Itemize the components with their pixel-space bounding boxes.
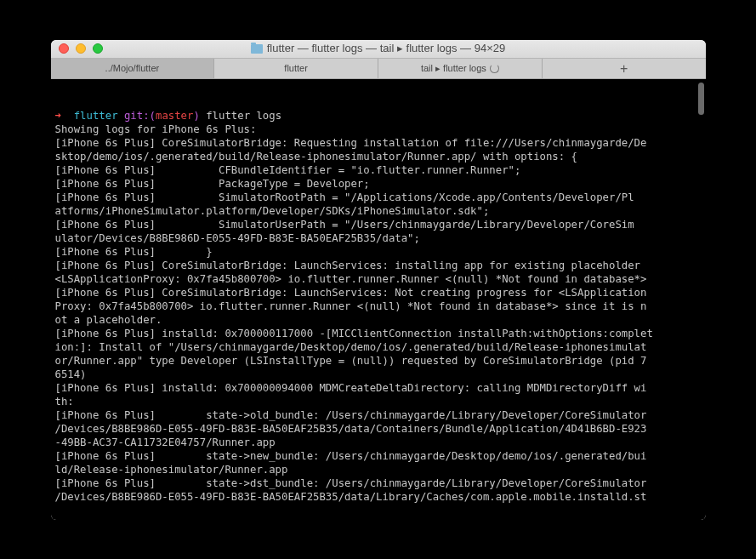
log-line: [iPhone 6s Plus] state->new_bundle: /Use… xyxy=(55,450,647,462)
log-line: ulator/Devices/B8BE986D-E055-49FD-B83E-B… xyxy=(55,232,420,244)
tab-tail-flutter-logs[interactable]: tail ▸ flutter logs xyxy=(378,59,543,78)
zoom-icon[interactable] xyxy=(93,43,103,54)
log-line: [iPhone 6s Plus] CoreSimulatorBridge: La… xyxy=(55,260,647,271)
log-line: <LSApplicationProxy: 0x7fa45b800700> io.… xyxy=(55,273,647,285)
spinner-icon xyxy=(490,64,499,73)
log-line: ld/Release-iphonesimulator/Runner.app xyxy=(55,464,288,476)
log-line: [iPhone 6s Plus] state->old_bundle: /Use… xyxy=(55,409,647,421)
folder-icon xyxy=(251,44,263,54)
log-line: th: xyxy=(55,396,74,408)
prompt-git-close: ) xyxy=(193,110,199,122)
tab-flutter[interactable]: flutter xyxy=(214,59,378,78)
terminal-window: flutter — flutter logs — tail ▸ flutter … xyxy=(51,40,706,520)
log-line: -49BB-AC37-CA11732E04757/Runner.app xyxy=(55,436,276,448)
tab-strip: ../Mojo/flutter flutter tail ▸ flutter l… xyxy=(51,59,706,79)
prompt-dir: flutter xyxy=(74,110,118,122)
tab-tail-label: tail ▸ flutter logs xyxy=(421,59,486,78)
minimize-icon[interactable] xyxy=(76,43,86,54)
prompt-git-label: git:( xyxy=(124,110,156,122)
log-line: [iPhone 6s Plus] CoreSimulatorBridge: La… xyxy=(55,287,647,299)
log-line: sktop/demo/ios/.generated/build/Release-… xyxy=(55,151,577,163)
log-line: Proxy: 0x7fa45b800700> io.flutter.runner… xyxy=(55,300,647,312)
prompt-branch: master xyxy=(156,110,193,122)
log-line: 6514) xyxy=(55,368,87,380)
log-line: Showing logs for iPhone 6s Plus: xyxy=(55,123,257,135)
log-line: [iPhone 6s Plus] installd: 0x70000009400… xyxy=(55,382,647,394)
log-line: atforms/iPhoneSimulator.platform/Develop… xyxy=(55,205,490,217)
log-line: [iPhone 6s Plus] CoreSimulatorBridge: Re… xyxy=(55,137,647,149)
log-line: or/Runner.app" type Developer (LSInstall… xyxy=(55,355,647,367)
terminal-body[interactable]: ➜ flutter git:(master) flutter logs Show… xyxy=(51,79,706,520)
titlebar: flutter — flutter logs — tail ▸ flutter … xyxy=(51,40,706,59)
log-line: [iPhone 6s Plus] PackageType = Developer… xyxy=(55,178,370,190)
log-line: [iPhone 6s Plus] installd: 0x70000011700… xyxy=(55,328,653,339)
log-line: [iPhone 6s Plus] CFBundleIdentifier = "i… xyxy=(55,164,521,176)
log-line: [iPhone 6s Plus] SimulatorUserPath = "/U… xyxy=(55,219,634,231)
log-line: /Devices/B8BE986D-E055-49FD-B83E-BA50EAF… xyxy=(55,423,647,435)
new-tab-button[interactable]: + xyxy=(543,59,706,78)
scrollbar-thumb[interactable] xyxy=(698,83,704,115)
close-icon[interactable] xyxy=(59,43,69,54)
log-line: [iPhone 6s Plus] state->dst_bundle: /Use… xyxy=(55,477,647,489)
log-line: [iPhone 6s Plus] } xyxy=(55,246,213,258)
traffic-lights xyxy=(59,43,103,54)
log-line: ion:]: Install of "/Users/chinmaygarde/D… xyxy=(55,341,647,353)
log-line: /Devices/B8BE986D-E055-49FD-B83E-BA50EAF… xyxy=(55,491,647,503)
log-line: ot a placeholder. xyxy=(55,314,162,326)
prompt-command: flutter logs xyxy=(206,110,281,122)
log-line: [iPhone 6s Plus] SimulatorRootPath = "/A… xyxy=(55,191,634,203)
window-title-text: flutter — flutter logs — tail ▸ flutter … xyxy=(267,40,505,59)
window-title: flutter — flutter logs — tail ▸ flutter … xyxy=(51,40,706,59)
prompt-arrow-icon: ➜ xyxy=(55,110,61,122)
tab-mojo-flutter[interactable]: ../Mojo/flutter xyxy=(51,59,215,78)
